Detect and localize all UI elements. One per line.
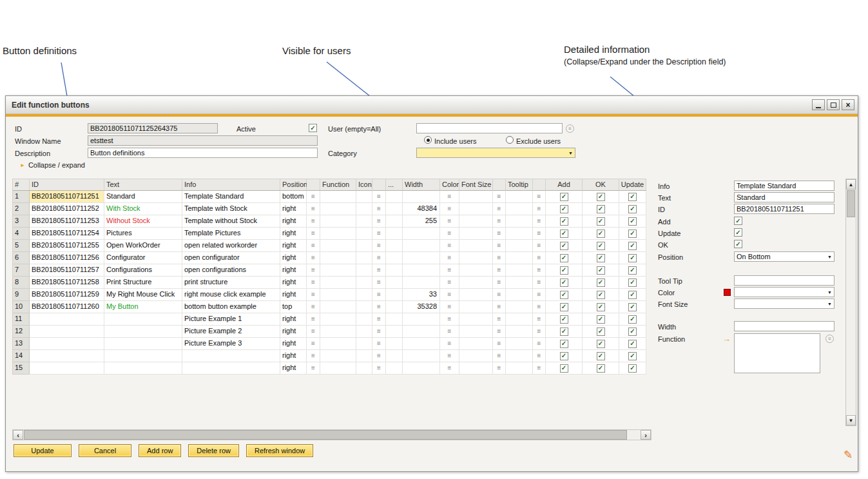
ok-checkbox[interactable]: ✓ [597, 303, 605, 311]
link-icon[interactable]: ≡ [448, 230, 452, 237]
cell-position[interactable]: right [280, 338, 307, 350]
ok-checkbox[interactable]: ✓ [597, 254, 605, 262]
cell-function[interactable] [320, 289, 356, 301]
cell-fs_link[interactable]: ≡ [493, 350, 506, 362]
cell-width[interactable] [403, 350, 440, 362]
link-icon[interactable]: ≡ [497, 316, 501, 322]
link-icon[interactable]: ≡ [537, 328, 541, 335]
cell-ok[interactable]: ✓ [583, 203, 619, 215]
cell-position[interactable]: right [280, 289, 307, 301]
cell-color[interactable]: ≡ [440, 313, 459, 326]
ok-checkbox[interactable]: ✓ [597, 217, 605, 226]
row-number[interactable]: 14 [13, 350, 30, 362]
cell-tooltip[interactable] [506, 240, 533, 252]
link-icon[interactable]: ≡ [537, 218, 541, 224]
cell-update[interactable]: ✓ [619, 228, 646, 240]
cell-function[interactable] [320, 264, 356, 277]
ok-checkbox[interactable]: ✓ [597, 291, 605, 299]
choose-from-list-icon[interactable]: ≡ [566, 124, 574, 133]
cell-position[interactable]: bottom [280, 191, 307, 203]
cell-width[interactable] [403, 240, 440, 252]
link-icon[interactable]: ≡ [537, 340, 541, 347]
update-checkbox[interactable]: ✓ [628, 291, 637, 299]
cell-add[interactable]: ✓ [546, 228, 583, 240]
cell-dots[interactable] [386, 350, 403, 362]
cell-tt_link[interactable]: ≡ [533, 301, 546, 313]
link-icon[interactable]: ≡ [537, 267, 541, 273]
cell-dots[interactable] [386, 252, 403, 264]
link-icon[interactable]: ≡ [497, 353, 501, 359]
cell-width[interactable]: 48384 [403, 203, 440, 215]
link-icon[interactable]: ≡ [537, 353, 541, 359]
cell-color[interactable]: ≡ [440, 191, 459, 203]
scroll-right-button[interactable]: › [641, 430, 651, 440]
cell-icon[interactable] [356, 277, 372, 289]
cell-pos_link[interactable]: ≡ [307, 338, 320, 350]
cell-icon_link[interactable]: ≡ [372, 326, 386, 338]
cell-position[interactable]: right [280, 264, 307, 277]
cell-fs_link[interactable]: ≡ [493, 313, 506, 326]
update-checkbox[interactable]: ✓ [628, 352, 637, 360]
cell-id[interactable]: BB201805110711254 [30, 228, 104, 240]
cell-icon_link[interactable]: ≡ [372, 203, 386, 215]
cell-color[interactable]: ≡ [440, 326, 459, 338]
update-checkbox[interactable]: ✓ [628, 266, 637, 275]
cell-icon[interactable] [356, 215, 372, 228]
cell-id[interactable] [30, 326, 104, 338]
cell-icon_link[interactable]: ≡ [372, 362, 386, 375]
link-icon[interactable]: ≡ [448, 218, 452, 224]
link-icon[interactable]: ≡ [448, 193, 452, 200]
link-icon[interactable]: ≡ [537, 304, 541, 310]
add-checkbox[interactable]: ✓ [560, 279, 568, 287]
cell-width[interactable] [403, 362, 440, 375]
cell-info[interactable]: open configurator [182, 252, 280, 264]
cell-width[interactable] [403, 313, 440, 326]
add-checkbox[interactable]: ✓ [560, 315, 568, 324]
ok-checkbox[interactable]: ✓ [597, 364, 605, 373]
link-icon[interactable]: ≡ [377, 279, 381, 286]
link-icon[interactable]: ≡ [497, 279, 501, 286]
cell-tt_link[interactable]: ≡ [533, 313, 546, 326]
cell-dots[interactable] [386, 362, 403, 375]
update-checkbox[interactable]: ✓ [628, 315, 637, 324]
cell-function[interactable] [320, 350, 356, 362]
ok-checkbox[interactable]: ✓ [597, 242, 605, 250]
cell-add[interactable]: ✓ [546, 350, 583, 362]
cell-text[interactable]: My Button [104, 301, 182, 313]
cell-info[interactable]: Picture Example 2 [182, 326, 280, 338]
cell-icon_link[interactable]: ≡ [372, 289, 386, 301]
cell-font_size[interactable] [459, 277, 493, 289]
add-checkbox[interactable]: ✓ [560, 230, 568, 238]
cell-font_size[interactable] [459, 301, 493, 313]
cell-tt_link[interactable]: ≡ [533, 240, 546, 252]
cell-pos_link[interactable]: ≡ [307, 326, 320, 338]
cell-icon[interactable] [356, 228, 372, 240]
cell-tooltip[interactable] [506, 338, 533, 350]
update-button[interactable]: Update [14, 444, 72, 457]
add-checkbox[interactable]: ✓ [560, 340, 568, 348]
row-number[interactable]: 15 [13, 362, 30, 375]
cell-tooltip[interactable] [506, 362, 533, 375]
cell-icon_link[interactable]: ≡ [372, 252, 386, 264]
close-button[interactable]: × [842, 99, 854, 110]
row-number[interactable]: 2 [13, 203, 30, 215]
cell-color[interactable]: ≡ [440, 338, 459, 350]
cell-function[interactable] [320, 301, 356, 313]
link-icon[interactable]: ≡ [377, 218, 381, 224]
link-icon[interactable]: ≡ [311, 291, 315, 298]
link-icon[interactable]: ≡ [537, 365, 541, 371]
user-input[interactable] [416, 123, 563, 133]
link-icon[interactable]: ≡ [311, 230, 315, 237]
cell-tooltip[interactable] [506, 313, 533, 326]
cell-fs_link[interactable]: ≡ [493, 338, 506, 350]
cell-width[interactable]: 255 [403, 215, 440, 228]
cell-pos_link[interactable]: ≡ [307, 362, 320, 375]
add-row-button[interactable]: Add row [139, 444, 181, 457]
cell-function[interactable] [320, 252, 356, 264]
cell-position[interactable]: top [280, 301, 307, 313]
link-icon[interactable]: ≡ [377, 328, 381, 335]
cell-pos_link[interactable]: ≡ [307, 203, 320, 215]
cell-info[interactable]: Template Standard [182, 191, 280, 203]
cell-text[interactable] [104, 362, 182, 375]
cell-tt_link[interactable]: ≡ [533, 264, 546, 277]
